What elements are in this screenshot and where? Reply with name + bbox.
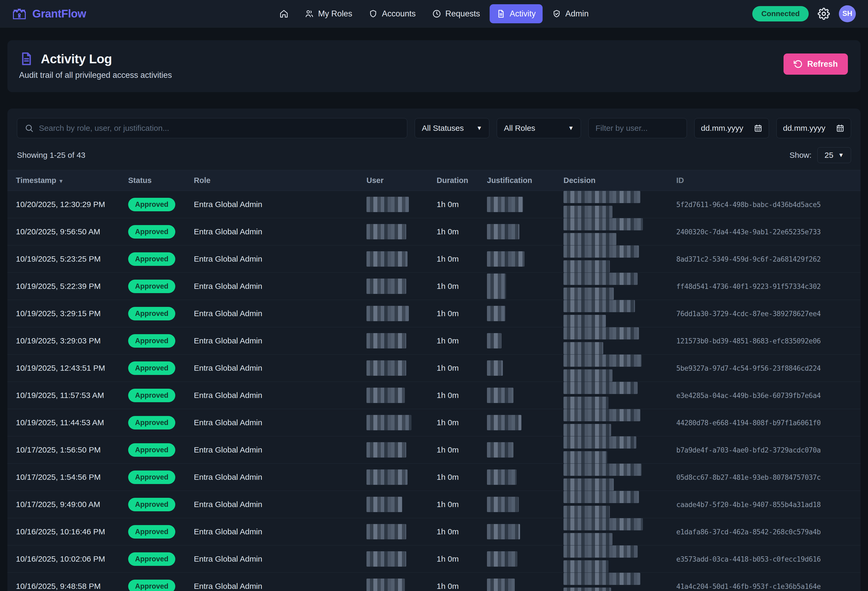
search-input[interactable] [39, 124, 400, 133]
nav-item-requests[interactable]: Requests [425, 4, 487, 23]
column-header-decision[interactable]: Decision [558, 170, 671, 191]
status-badge: Approved [128, 279, 175, 293]
column-header-user[interactable]: User [361, 170, 431, 191]
redacted-decision-line1 [564, 409, 640, 421]
redacted-user [366, 497, 402, 512]
row-role: Entra Global Admin [194, 363, 262, 372]
redacted-user [366, 279, 406, 294]
redacted-justification [487, 306, 505, 321]
column-header-role[interactable]: Role [189, 170, 361, 191]
column-header-timestamp[interactable]: Timestamp▼ [7, 170, 123, 191]
table-row[interactable]: 10/19/2025, 5:23:25 PM Approved Entra Gl… [7, 245, 861, 273]
redacted-user [366, 579, 405, 591]
nav-item-activity[interactable]: Activity [490, 4, 543, 23]
role-filter-value: All Roles [504, 124, 535, 133]
row-role: Entra Global Admin [194, 500, 262, 509]
row-duration: 1h 0m [437, 254, 459, 263]
search-field[interactable] [17, 118, 407, 138]
nav-item-accounts[interactable]: Accounts [362, 4, 423, 23]
redacted-decision-line2 [564, 315, 606, 327]
top-nav: GrantFlow My Roles Accounts [0, 0, 868, 28]
row-duration: 1h 0m [437, 336, 459, 345]
status-badge: Approved [128, 580, 175, 591]
chevron-down-icon: ▼ [568, 125, 574, 131]
redacted-user [366, 551, 406, 567]
page-size-value: 25 [825, 151, 833, 160]
table-row[interactable]: 10/17/2025, 1:54:56 PM Approved Entra Gl… [7, 464, 861, 491]
table-row[interactable]: 10/16/2025, 10:02:06 PM Approved Entra G… [7, 545, 861, 573]
user-filter-field[interactable] [588, 118, 687, 138]
status-badge: Approved [128, 334, 175, 348]
table-row[interactable]: 10/19/2025, 12:43:51 PM Approved Entra G… [7, 355, 861, 382]
redacted-justification [487, 551, 517, 567]
table-row[interactable]: 10/19/2025, 3:29:03 PM Approved Entra Gl… [7, 327, 861, 355]
row-id: e1dafa86-37cd-462a-8542-268c0c579a4b [676, 528, 821, 536]
nav-item-admin[interactable]: Admin [545, 4, 595, 23]
page-header-card: Activity Log Audit trail of all privileg… [7, 40, 861, 92]
brand[interactable]: GrantFlow [12, 6, 86, 21]
clock-icon [432, 9, 441, 18]
redacted-user [366, 388, 405, 403]
row-id: 76dd1a30-3729-4cdc-87ee-389278627ee4 [676, 310, 821, 318]
redacted-justification [487, 333, 502, 349]
table-row[interactable]: 10/20/2025, 9:56:50 AM Approved Entra Gl… [7, 218, 861, 245]
avatar[interactable]: SH [839, 5, 856, 22]
table-row[interactable]: 10/20/2025, 12:30:29 PM Approved Entra G… [7, 191, 861, 218]
status-badge: Approved [128, 307, 175, 321]
redacted-justification [487, 442, 514, 458]
redacted-decision-line2 [564, 260, 610, 272]
redacted-justification [487, 470, 517, 485]
status-badge: Approved [128, 225, 175, 239]
users-icon [305, 9, 314, 18]
redacted-decision-line2 [564, 288, 614, 300]
status-badge: Approved [128, 471, 175, 484]
calendar-icon [836, 124, 844, 132]
filter-bar: All Statuses ▼ All Roles ▼ dd.mm.yyyy [7, 118, 861, 138]
row-role: Entra Global Admin [194, 200, 262, 209]
row-duration: 1h 0m [437, 309, 459, 318]
row-timestamp: 10/20/2025, 12:30:29 PM [16, 200, 105, 209]
column-header-duration[interactable]: Duration [431, 170, 482, 191]
nav-item-my-roles[interactable]: My Roles [298, 4, 359, 23]
table-row[interactable]: 10/16/2025, 9:48:58 PM Approved Entra Gl… [7, 573, 861, 591]
redacted-user [366, 524, 406, 539]
column-header-id[interactable]: ID [671, 170, 861, 191]
role-filter-select[interactable]: All Roles ▼ [497, 118, 581, 138]
date-from-field[interactable]: dd.mm.yyyy [694, 118, 769, 138]
gear-icon[interactable] [818, 8, 830, 20]
column-header-justification[interactable]: Justification [482, 170, 558, 191]
nav-item-home[interactable] [273, 4, 295, 23]
redacted-justification [487, 224, 519, 239]
column-header-status[interactable]: Status [123, 170, 189, 191]
table-row[interactable]: 10/19/2025, 3:29:15 PM Approved Entra Gl… [7, 300, 861, 327]
home-icon [279, 9, 288, 18]
table-row[interactable]: 10/17/2025, 1:56:50 PM Approved Entra Gl… [7, 436, 861, 464]
row-role: Entra Global Admin [194, 418, 262, 427]
row-role: Entra Global Admin [194, 282, 262, 291]
redacted-justification [487, 497, 519, 512]
calendar-icon [754, 124, 762, 132]
nav-item-label: My Roles [318, 9, 352, 19]
table-row[interactable]: 10/19/2025, 11:44:53 AM Approved Entra G… [7, 409, 861, 436]
status-filter-select[interactable]: All Statuses ▼ [415, 118, 489, 138]
shield-check-icon [552, 9, 561, 18]
status-badge: Approved [128, 416, 175, 430]
refresh-button[interactable]: Refresh [784, 53, 848, 75]
row-id: 5be9327a-97d7-4c54-9f56-23f8846cd224 [676, 364, 821, 372]
nav-right: Connected SH [752, 5, 856, 22]
table-row[interactable]: 10/17/2025, 9:49:00 AM Approved Entra Gl… [7, 491, 861, 518]
redacted-decision-line1 [564, 327, 639, 340]
table-row[interactable]: 10/19/2025, 11:57:53 AM Approved Entra G… [7, 382, 861, 409]
table-row[interactable]: 10/16/2025, 10:16:46 PM Approved Entra G… [7, 518, 861, 545]
page-size-select[interactable]: 25 ▼ [818, 147, 851, 163]
date-to-field[interactable]: dd.mm.yyyy [776, 118, 851, 138]
row-duration: 1h 0m [437, 418, 459, 427]
row-duration: 1h 0m [437, 527, 459, 536]
redacted-decision-line2 [564, 479, 614, 491]
status-badge: Approved [128, 553, 175, 566]
table-row[interactable]: 10/19/2025, 5:22:39 PM Approved Entra Gl… [7, 273, 861, 300]
redacted-decision-line2 [564, 588, 611, 591]
redacted-justification [487, 579, 515, 591]
user-filter-input[interactable] [595, 124, 680, 133]
activity-log-icon [19, 52, 34, 66]
